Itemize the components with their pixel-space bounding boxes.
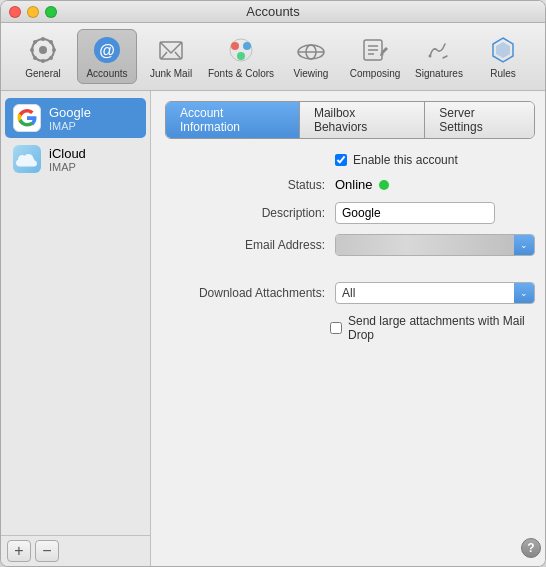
junk-mail-icon (155, 34, 187, 66)
svg-point-18 (237, 52, 245, 60)
tab-account-information[interactable]: Account Information (166, 102, 300, 138)
tab-account-information-label: Account Information (180, 106, 240, 134)
email-row: Email Address: ⌄ (165, 234, 535, 256)
enable-checkbox[interactable] (335, 154, 347, 166)
content-area: Google IMAP iCloud IMAP (1, 91, 545, 566)
toolbar-item-general[interactable]: General (13, 30, 73, 83)
tab-mailbox-behaviors[interactable]: Mailbox Behaviors (300, 102, 425, 138)
icloud-account-info: iCloud IMAP (49, 146, 86, 173)
rules-label: Rules (490, 68, 516, 79)
close-button[interactable] (9, 6, 21, 18)
svg-point-2 (41, 37, 45, 41)
download-label: Download Attachments: (165, 286, 335, 300)
tab-server-settings[interactable]: Server Settings (425, 102, 534, 138)
svg-point-9 (33, 56, 37, 60)
composing-icon (359, 34, 391, 66)
svg-point-26 (429, 55, 432, 58)
toolbar-item-rules[interactable]: Rules (473, 30, 533, 83)
viewing-icon (295, 34, 327, 66)
toolbar-item-signatures[interactable]: Signatures (409, 30, 469, 83)
status-label: Status: (165, 178, 335, 192)
email-field-blurred (336, 235, 514, 255)
remove-account-button[interactable]: − (35, 540, 59, 562)
google-account-name: Google (49, 105, 91, 120)
svg-point-3 (41, 59, 45, 63)
toolbar-item-accounts[interactable]: @ Accounts (77, 29, 137, 84)
fonts-colors-label: Fonts & Colors (208, 68, 274, 79)
junk-mail-label: Junk Mail (150, 68, 192, 79)
svg-text:@: @ (99, 42, 115, 59)
tab-server-settings-label: Server Settings (439, 106, 482, 134)
svg-point-6 (33, 40, 37, 44)
svg-marker-28 (496, 42, 510, 58)
account-form: Enable this account Status: Online Descr… (165, 153, 535, 342)
download-dropdown-button[interactable]: ⌄ (514, 283, 534, 303)
sidebar-footer: + − (1, 535, 150, 566)
toolbar-item-junk-mail[interactable]: Junk Mail (141, 30, 201, 83)
add-account-button[interactable]: + (7, 540, 31, 562)
sidebar: Google IMAP iCloud IMAP (1, 91, 151, 566)
google-account-icon (13, 104, 41, 132)
mail-drop-row: Send large attachments with Mail Drop (165, 314, 535, 342)
toolbar-item-viewing[interactable]: Viewing (281, 30, 341, 83)
email-label: Email Address: (165, 238, 335, 252)
traffic-lights (9, 6, 57, 18)
svg-line-13 (161, 52, 167, 59)
main-panel: Account Information Mailbox Behaviors Se… (151, 91, 545, 566)
toolbar-item-fonts-colors[interactable]: Fonts & Colors (205, 30, 277, 83)
help-button[interactable]: ? (521, 538, 541, 558)
window: Accounts General (0, 0, 546, 567)
icloud-account-type: IMAP (49, 161, 86, 173)
svg-point-4 (30, 48, 34, 52)
svg-point-8 (49, 40, 53, 44)
email-field-container: ⌄ (335, 234, 535, 256)
viewing-label: Viewing (294, 68, 329, 79)
icloud-account-icon (13, 145, 41, 173)
svg-point-1 (39, 46, 47, 54)
google-account-info: Google IMAP (49, 105, 91, 132)
email-dropdown-button[interactable]: ⌄ (514, 235, 534, 255)
description-input[interactable] (335, 202, 495, 224)
accounts-label: Accounts (86, 68, 127, 79)
toolbar: General @ Accounts Junk Mail (1, 23, 545, 91)
svg-line-14 (175, 52, 181, 59)
account-item-google[interactable]: Google IMAP (5, 98, 146, 138)
status-value-container: Online (335, 177, 389, 192)
signatures-label: Signatures (415, 68, 463, 79)
toolbar-item-composing[interactable]: Composing (345, 30, 405, 83)
main-panel-wrapper: Account Information Mailbox Behaviors Se… (151, 91, 545, 566)
icloud-account-name: iCloud (49, 146, 86, 161)
enable-row: Enable this account (165, 153, 535, 167)
svg-point-16 (231, 42, 239, 50)
general-label: General (25, 68, 61, 79)
composing-label: Composing (350, 68, 401, 79)
download-value: All (336, 286, 514, 300)
svg-point-17 (243, 42, 251, 50)
mail-drop-label[interactable]: Send large attachments with Mail Drop (348, 314, 535, 342)
minimize-button[interactable] (27, 6, 39, 18)
maximize-button[interactable] (45, 6, 57, 18)
account-item-icloud[interactable]: iCloud IMAP (5, 139, 146, 179)
description-label: Description: (165, 206, 335, 220)
status-indicator (379, 180, 389, 190)
status-row: Status: Online (165, 177, 535, 192)
accounts-list: Google IMAP iCloud IMAP (1, 91, 150, 535)
accounts-icon: @ (91, 34, 123, 66)
download-row: Download Attachments: All ⌄ (165, 282, 535, 304)
general-icon (27, 34, 59, 66)
tab-bar: Account Information Mailbox Behaviors Se… (165, 101, 535, 139)
window-title: Accounts (246, 4, 299, 19)
svg-point-7 (49, 56, 53, 60)
download-select[interactable]: All ⌄ (335, 282, 535, 304)
titlebar: Accounts (1, 1, 545, 23)
fonts-colors-icon (225, 34, 257, 66)
google-account-type: IMAP (49, 120, 91, 132)
svg-point-5 (52, 48, 56, 52)
rules-icon (487, 34, 519, 66)
description-row: Description: (165, 202, 535, 224)
status-text: Online (335, 177, 373, 192)
enable-label[interactable]: Enable this account (353, 153, 458, 167)
mail-drop-checkbox[interactable] (330, 322, 342, 334)
signatures-icon (423, 34, 455, 66)
tab-mailbox-behaviors-label: Mailbox Behaviors (314, 106, 367, 134)
